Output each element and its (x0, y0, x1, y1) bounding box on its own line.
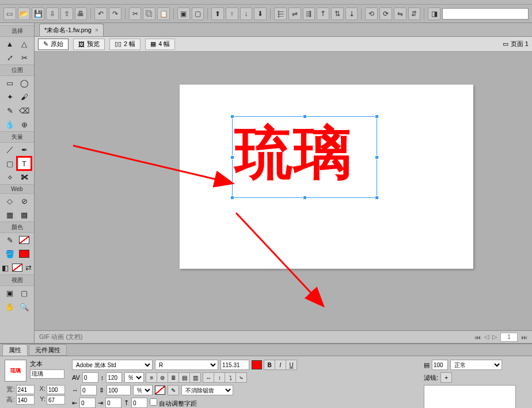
text-horizontal[interactable]: ↔ (203, 372, 214, 383)
resize-handle-bl[interactable] (230, 196, 234, 200)
align-right-button[interactable]: ⇶ (303, 7, 316, 20)
view-2up-button[interactable]: ▯▯ 2 幅 (109, 39, 140, 50)
stamp-tool[interactable]: ⊕ (17, 118, 31, 131)
align-right-text[interactable]: ≣ (168, 372, 179, 383)
stroke-style-button[interactable]: ✎ (168, 385, 179, 395)
view-4up-button[interactable]: ▦ 4 幅 (145, 39, 175, 50)
resize-handle-tr[interactable] (375, 115, 379, 119)
alpha-input[interactable] (432, 360, 448, 370)
filter-list[interactable] (424, 385, 516, 408)
align-center-button[interactable]: ⇌ (288, 7, 301, 20)
width-input[interactable] (16, 385, 35, 394)
fill-color[interactable]: 🪣 (3, 247, 17, 260)
swap-colors[interactable]: ⇄ (24, 261, 35, 274)
align-left-text[interactable]: ≡ (146, 372, 157, 383)
standard-screen[interactable]: ▣ (3, 287, 17, 299)
fill-swatch[interactable] (17, 247, 31, 260)
bring-front-button[interactable]: ⬆ (211, 7, 224, 20)
show-slice-tool[interactable]: ▩ (17, 208, 31, 221)
resize-handle-br[interactable] (375, 196, 379, 200)
leading-unit-select[interactable]: % (124, 372, 144, 383)
canvas[interactable]: 琉璃 (180, 85, 473, 269)
opacity-input[interactable] (107, 385, 131, 395)
mode-button[interactable]: ◨ (428, 7, 440, 20)
undo-button[interactable]: ↶ (94, 7, 107, 20)
text-tool[interactable]: T (17, 157, 31, 170)
stroke-color-swatch[interactable] (155, 386, 165, 395)
blur-tool[interactable]: 💧 (3, 118, 17, 131)
canvas-text[interactable]: 琉璃 (233, 117, 377, 188)
line-tool[interactable]: ／ (3, 143, 17, 156)
anti-alias-select[interactable]: 不消除锯齿 (181, 385, 233, 395)
italic-button[interactable]: I (275, 360, 286, 370)
pointer-tool[interactable]: ▲ (3, 37, 17, 50)
freeform-tool[interactable]: ⟡ (3, 171, 17, 184)
knife-tool[interactable]: ✀ (17, 171, 31, 184)
paste-button[interactable]: 📋 (157, 7, 170, 20)
x-input[interactable] (47, 385, 65, 394)
align-top-button[interactable]: ⤒ (317, 7, 329, 20)
copy-button[interactable]: ⿻ (143, 7, 155, 20)
resize-handle-mr[interactable] (375, 155, 379, 159)
send-back-button[interactable]: ⬇ (254, 7, 267, 20)
default-colors[interactable]: ◧ (0, 261, 11, 274)
align-justify-text[interactable]: ▤ (178, 372, 190, 383)
full-screen[interactable]: ▢ (17, 287, 31, 299)
opacity-unit[interactable]: % (133, 385, 153, 395)
page-indicator[interactable]: ▭ 页面 1 (503, 40, 529, 48)
rotate-cw-button[interactable]: ⟳ (379, 7, 392, 20)
new-doc-button[interactable]: ▭ (3, 7, 16, 20)
ungroup-button[interactable]: ▢ (192, 7, 204, 20)
tab-close-icon[interactable]: × (95, 27, 98, 33)
baseline-input[interactable] (131, 398, 147, 408)
tab-component-properties[interactable]: 元件属性 (29, 344, 67, 356)
flip-v-button[interactable]: ⇵ (408, 7, 421, 20)
y-input[interactable] (47, 395, 65, 405)
magic-wand-tool[interactable]: ✦ (3, 90, 17, 103)
text-selection-box[interactable]: 琉璃 (232, 116, 377, 198)
align-left-button[interactable]: ⬱ (274, 7, 287, 20)
align-center-text[interactable]: ⊜ (157, 372, 168, 383)
text-flow-1[interactable]: ⤵ (225, 372, 236, 383)
no-color[interactable] (12, 261, 23, 274)
align-stretch-text[interactable]: ▥ (189, 372, 201, 383)
resize-handle-tm[interactable] (303, 115, 307, 119)
rotate-ccw-button[interactable]: ⟲ (365, 7, 378, 20)
group-button[interactable]: ▣ (177, 7, 190, 20)
text-vertical[interactable]: ↕ (214, 372, 225, 383)
page-number-field[interactable]: 1 (500, 333, 518, 342)
scale-tool[interactable]: ⤢ (3, 51, 17, 64)
tab-properties[interactable]: 属性 (2, 344, 28, 356)
font-style-select[interactable]: R (155, 360, 218, 370)
horiz-scale-input[interactable] (81, 385, 97, 395)
document-tab[interactable]: *未命名-1.fw.png × (39, 24, 104, 36)
zoom-tool[interactable]: 🔍 (17, 300, 31, 313)
redo-button[interactable]: ↷ (109, 7, 121, 20)
height-input[interactable] (16, 395, 35, 405)
resize-handle-bm[interactable] (303, 196, 307, 200)
bring-forward-button[interactable]: ↑ (226, 7, 238, 20)
text-color-swatch[interactable] (252, 360, 262, 369)
flip-h-button[interactable]: ⇋ (394, 7, 406, 20)
nav-next-icon[interactable]: ▷ (492, 333, 497, 341)
pen-tool[interactable]: ✒ (17, 143, 31, 156)
cut-button[interactable]: ✂ (129, 7, 142, 20)
open-button[interactable]: 📂 (18, 7, 31, 20)
view-preview-button[interactable]: 🖼 预览 (73, 39, 105, 50)
marquee-tool[interactable]: ▭ (3, 77, 17, 89)
pencil-tool[interactable]: ✎ (3, 104, 17, 117)
nav-first-icon[interactable]: ⏮ (474, 334, 481, 341)
send-backward-button[interactable]: ↓ (240, 7, 253, 20)
resize-handle-tl[interactable] (230, 115, 234, 119)
resize-handle-ml[interactable] (230, 155, 234, 159)
para-lead-input[interactable] (79, 398, 96, 408)
nav-last-icon[interactable]: ⏭ (521, 334, 527, 341)
autokern-checkbox[interactable]: 自动调整字距 (150, 398, 197, 408)
nav-prev-icon[interactable]: ◁ (484, 333, 489, 341)
bold-button[interactable]: B (264, 360, 275, 370)
align-middle-button[interactable]: ⇅ (331, 7, 344, 20)
print-button[interactable]: 🖶 (75, 7, 88, 20)
text-flow-2[interactable]: ⤷ (235, 372, 247, 383)
import-button[interactable]: ⇩ (46, 7, 59, 20)
blend-mode-select[interactable]: 正常 (450, 360, 502, 370)
